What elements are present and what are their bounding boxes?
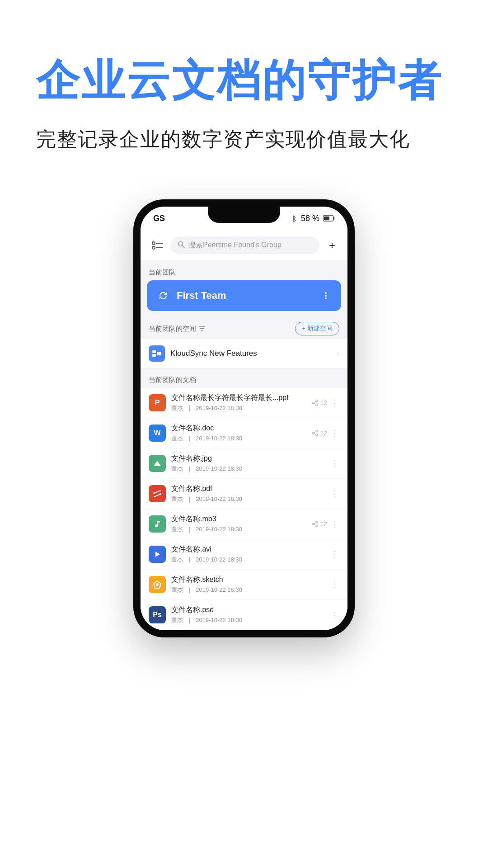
share-icon — [312, 430, 318, 436]
svg-line-24 — [314, 434, 316, 434]
svg-line-26 — [154, 491, 160, 493]
file-actions: ⋮ — [331, 489, 339, 499]
new-space-button[interactable]: + 新建空间 — [295, 322, 339, 335]
svg-point-17 — [316, 404, 318, 406]
file-name: 文件名称.sketch — [171, 575, 325, 585]
svg-line-33 — [314, 523, 316, 524]
svg-marker-35 — [155, 552, 160, 557]
file-date: 2019-10-22 18:30 — [196, 405, 242, 411]
share-icon — [312, 521, 318, 527]
chevron-right-icon: › — [337, 349, 339, 358]
file-author: 董杰 — [171, 435, 183, 442]
svg-point-7 — [178, 241, 183, 246]
file-type-icon-jpg — [149, 455, 166, 472]
file-actions: ⋮ — [331, 580, 339, 590]
svg-line-18 — [314, 401, 316, 402]
file-author: 董杰 — [171, 495, 183, 502]
space-item[interactable]: KloudSync New Features › — [141, 339, 347, 368]
file-name: 文件名称.pdf — [171, 484, 325, 494]
share-count: 12 — [312, 429, 327, 437]
space-section-header: 当前团队的空间 + 新建空间 — [141, 318, 347, 339]
file-meta: 董杰 ｜ 2019-10-22 18:30 — [171, 404, 306, 412]
filter-icon — [199, 326, 205, 331]
file-date: 2019-10-22 18:30 — [196, 495, 242, 502]
file-meta: 董杰 ｜ 2019-10-22 18:30 — [171, 434, 306, 443]
phone-inner: GS 58 % — [141, 207, 347, 630]
file-info: 文件名称.sketch 董杰 ｜ 2019-10-22 18:30 — [171, 575, 325, 594]
file-date: 2019-10-22 18:30 — [196, 556, 242, 563]
file-item[interactable]: 文件名称.mp3 董杰 ｜ 2019-10-22 18:30 12 ⋮ — [141, 509, 347, 539]
file-type-icon-sketch — [149, 576, 166, 593]
current-team-label: 当前团队 — [141, 261, 347, 280]
team-name: First Team — [177, 290, 313, 302]
file-author: 董杰 — [171, 405, 183, 411]
file-name: 文件名称.avi — [171, 545, 325, 554]
file-item[interactable]: 文件名称.pdf 董杰 ｜ 2019-10-22 18:30 ⋮ — [141, 479, 347, 509]
docs-section-label: 当前团队的文档 — [141, 368, 347, 388]
svg-line-23 — [314, 432, 316, 433]
notch — [208, 207, 280, 223]
file-item[interactable]: 文件名称.avi 董杰 ｜ 2019-10-22 18:30 ⋮ — [141, 539, 347, 570]
file-item[interactable]: 文件名称.jpg 董杰 ｜ 2019-10-22 18:30 ⋮ — [141, 448, 347, 479]
file-date: 2019-10-22 18:30 — [196, 617, 242, 623]
share-count: 12 — [312, 399, 327, 406]
team-card[interactable]: First Team — [147, 280, 341, 311]
file-author: 董杰 — [171, 465, 183, 472]
phone-section: GS 58 % — [0, 172, 488, 868]
file-meta: 董杰 ｜ 2019-10-22 18:30 — [171, 525, 306, 533]
search-icon — [178, 241, 185, 250]
file-item[interactable]: 文件名称.sketch 董杰 ｜ 2019-10-22 18:30 ⋮ — [141, 570, 347, 600]
file-type-icon-doc: W — [149, 425, 166, 442]
space-name: KloudSync New Features — [170, 349, 332, 358]
svg-line-27 — [154, 494, 160, 497]
file-actions: ⋮ — [331, 549, 339, 559]
space-section-label: 当前团队的空间 — [149, 325, 196, 333]
file-item[interactable]: P 文件名称最长字符最长字符最长...ppt 董杰 ｜ 2019-10-22 1… — [141, 388, 347, 418]
svg-line-19 — [314, 403, 316, 404]
file-more-icon[interactable]: ⋮ — [331, 580, 339, 590]
file-name: 文件名称.doc — [171, 424, 306, 433]
file-more-icon[interactable]: ⋮ — [331, 549, 339, 559]
svg-point-20 — [316, 430, 318, 432]
file-more-icon[interactable]: ⋮ — [331, 489, 339, 499]
file-list: P 文件名称最长字符最长字符最长...ppt 董杰 ｜ 2019-10-22 1… — [141, 388, 347, 630]
menu-icon[interactable] — [149, 237, 165, 254]
file-item[interactable]: W 文件名称.doc 董杰 ｜ 2019-10-22 18:30 12 ⋮ — [141, 418, 347, 448]
search-placeholder-text: 搜索Peertime Found's Group — [188, 241, 282, 250]
svg-point-31 — [312, 523, 314, 525]
status-carrier: GS — [153, 214, 165, 223]
file-author: 董杰 — [171, 617, 183, 623]
file-author: 董杰 — [171, 556, 183, 563]
team-more-icon[interactable] — [319, 289, 332, 302]
file-actions: ⋮ — [331, 610, 339, 620]
file-more-icon[interactable]: ⋮ — [331, 398, 339, 408]
file-type-icon-pdf — [149, 485, 166, 502]
file-more-icon[interactable]: ⋮ — [331, 519, 339, 529]
file-actions: 12 ⋮ — [312, 398, 339, 408]
hero-section: 企业云文档的守护者 完整记录企业的数字资产实现价值最大化 — [0, 0, 488, 172]
svg-point-32 — [316, 525, 318, 527]
file-more-icon[interactable]: ⋮ — [331, 610, 339, 620]
file-info: 文件名称.doc 董杰 ｜ 2019-10-22 18:30 — [171, 424, 306, 443]
svg-point-21 — [312, 432, 314, 434]
search-bar[interactable]: 搜索Peertime Found's Group — [170, 236, 319, 254]
svg-line-8 — [182, 245, 184, 248]
svg-point-28 — [153, 492, 155, 494]
file-more-icon[interactable]: ⋮ — [331, 458, 339, 468]
file-info: 文件名称.mp3 董杰 ｜ 2019-10-22 18:30 — [171, 514, 306, 533]
svg-point-11 — [325, 297, 327, 299]
new-space-label: + 新建空间 — [302, 325, 333, 333]
file-author: 董杰 — [171, 586, 183, 593]
svg-point-37 — [156, 583, 159, 586]
file-name: 文件名称最长字符最长字符最长...ppt — [171, 393, 306, 403]
svg-point-4 — [152, 246, 155, 249]
svg-rect-1 — [333, 217, 335, 220]
file-more-icon[interactable]: ⋮ — [331, 428, 339, 438]
file-item[interactable]: Ps 文件名称.psd 董杰 ｜ 2019-10-22 18:30 ⋮ — [141, 600, 347, 630]
file-info: 文件名称.pdf 董杰 ｜ 2019-10-22 18:30 — [171, 484, 325, 503]
svg-rect-14 — [157, 352, 161, 355]
add-button[interactable]: + — [325, 238, 339, 253]
file-actions: 12 ⋮ — [312, 428, 339, 438]
file-meta: 董杰 ｜ 2019-10-22 18:30 — [171, 616, 325, 624]
space-section-title: 当前团队的空间 — [149, 325, 205, 333]
